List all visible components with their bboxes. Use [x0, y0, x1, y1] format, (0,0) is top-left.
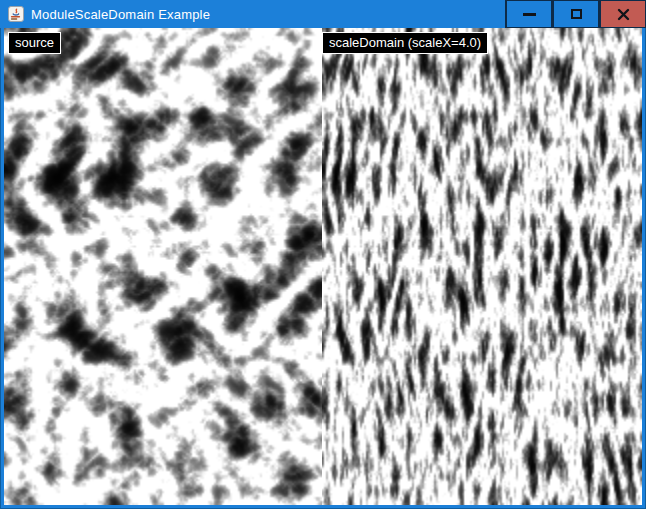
close-button[interactable]: [599, 0, 646, 28]
maximize-button[interactable]: [552, 0, 599, 28]
scaled-panel: scaleDomain (scaleX=4.0): [322, 28, 642, 505]
minimize-icon: [523, 13, 536, 16]
window-controls: [505, 0, 646, 28]
window-title: ModuleScaleDomain Example: [31, 7, 210, 22]
source-noise-image: [4, 28, 322, 505]
source-label: source: [8, 32, 61, 54]
close-icon: [617, 8, 630, 21]
content-area: source scaleDomain (scaleX=4.0): [4, 28, 642, 505]
scaled-noise-image: [322, 28, 642, 505]
minimize-button[interactable]: [505, 0, 552, 28]
source-panel: source: [4, 28, 322, 505]
app-window: ModuleScaleDomain Example source scaleDo…: [0, 0, 646, 509]
titlebar[interactable]: ModuleScaleDomain Example: [0, 0, 646, 28]
java-app-icon: [8, 6, 24, 22]
scaled-label: scaleDomain (scaleX=4.0): [322, 32, 488, 54]
maximize-icon: [571, 9, 582, 19]
